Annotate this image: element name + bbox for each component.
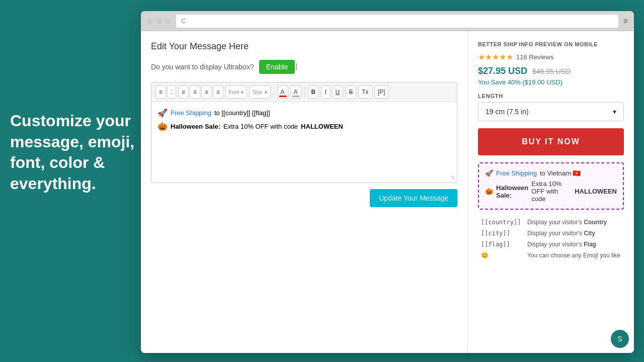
italic-btn[interactable]: I xyxy=(321,85,330,99)
rocket-emoji: 🚀 xyxy=(157,108,168,118)
variable-code: [[flag]] xyxy=(478,239,524,250)
variable-description: You can choose any Emoji you like xyxy=(524,250,624,261)
browser-titlebar: C ≡ xyxy=(141,11,634,31)
rte-line-2: 🎃 Halloween Sale: Extra 10% OFF with cod… xyxy=(157,122,451,131)
halloween-sale-label: Halloween Sale: xyxy=(171,123,220,130)
rte-body[interactable]: 🚀 Free Shipping to [[country]] [[flag]] … xyxy=(151,102,457,183)
preview-line1-text: to Vietnam 🇻🇳 xyxy=(540,169,581,177)
bold-btn[interactable]: B xyxy=(308,85,319,99)
hero-text: Customize your message, emoji, font, col… xyxy=(10,111,138,194)
browser-dot-max xyxy=(165,18,171,24)
preview-pumpkin-emoji: 🎃 xyxy=(485,188,493,195)
star-rating: ★★★★★ xyxy=(478,52,513,62)
original-price: $46.95 USD xyxy=(532,67,571,75)
editor-panel: Edit Your Message Here Do you want to di… xyxy=(141,31,468,353)
size-label: Size xyxy=(253,89,262,95)
font-select[interactable]: Font ▾ xyxy=(225,85,247,99)
free-shipping-link[interactable]: Free Shipping xyxy=(171,109,211,117)
resize-handle[interactable]: ⤡ xyxy=(450,174,455,181)
variable-description: Display your visitor's Country xyxy=(524,217,624,228)
line1-text: to [[country]] [[flag]] xyxy=(214,109,270,117)
pumpkin-emoji: 🎃 xyxy=(157,122,168,131)
hero-text-content: Customize your message, emoji, font, col… xyxy=(10,112,134,193)
align-left-btn[interactable]: ≡ xyxy=(178,85,189,99)
toolbar-separator-1 xyxy=(274,87,274,97)
preview-line-1: 🚀 Free Shipping to Vietnam 🇻🇳 xyxy=(485,169,617,177)
product-panel: BETTER SHIP INFO PREVIEW ON MOBILE ★★★★★… xyxy=(468,31,634,353)
font-color-btn[interactable]: A xyxy=(277,85,288,99)
variable-row: [[flag]] Display your visitor's Flag xyxy=(478,239,624,250)
font-label: Font xyxy=(229,89,239,95)
enable-button[interactable]: Enable xyxy=(259,60,295,74)
ultrabox-label: Do you want to display Ultrabox? xyxy=(151,63,254,71)
variable-description: Display your visitor's Flag xyxy=(524,239,624,250)
update-btn-row: Update Your Message xyxy=(151,189,457,207)
variables-table: [[country]] Display your visitor's Count… xyxy=(478,217,624,261)
preview-free-shipping: Free Shipping xyxy=(496,169,537,177)
browser-addressbar[interactable]: C xyxy=(176,15,618,28)
browser-controls xyxy=(147,18,171,24)
price-row: $27.95 USD $46.95 USD xyxy=(478,66,624,76)
browser-menu-icon[interactable]: ≡ xyxy=(623,17,628,26)
ultrabox-row: Do you want to display Ultrabox? Enable xyxy=(151,60,457,74)
length-value: 19 cm (7.5 in) xyxy=(486,108,529,116)
ordered-list-btn[interactable]: ≡ xyxy=(155,85,166,99)
clear-format-btn[interactable]: Tx xyxy=(358,85,372,99)
strikethrough-btn[interactable]: S xyxy=(345,85,356,99)
halloween-code: HALLOWEEN xyxy=(301,123,343,130)
editor-title: Edit Your Message Here xyxy=(151,41,457,52)
savings-text: You Save 40% ($19.00 USD) xyxy=(478,78,624,86)
toolbar-separator-2 xyxy=(304,87,305,97)
variable-row: [[country]] Display your visitor's Count… xyxy=(478,217,624,228)
preview-rocket-emoji: 🚀 xyxy=(485,169,493,177)
browser-window: C ≡ Edit Your Message Here Do you want t… xyxy=(141,11,634,353)
unordered-list-btn[interactable]: ⁚ xyxy=(167,85,176,99)
list-buttons: ≡ ⁚ xyxy=(155,85,176,99)
length-label: LENGTH xyxy=(478,93,624,99)
size-select[interactable]: Size ▾ xyxy=(249,85,270,99)
browser-dot-close xyxy=(147,18,153,24)
align-buttons: ≡ ≡ ≡ ≡ xyxy=(178,85,223,99)
variable-code: [[country]] xyxy=(478,217,524,228)
highlight-color-btn[interactable]: A xyxy=(290,85,301,99)
variable-row: 😊 You can choose any Emoji you like xyxy=(478,250,624,261)
update-message-button[interactable]: Update Your Message xyxy=(370,189,457,207)
rte-line-1: 🚀 Free Shipping to [[country]] [[flag]] xyxy=(157,108,451,118)
bottom-circle-button[interactable]: S xyxy=(611,330,629,348)
current-price: $27.95 USD xyxy=(478,66,527,76)
preview-halloween-sale: Halloween Sale: xyxy=(496,184,528,199)
preview-halloween-code: HALLOWEEN xyxy=(575,188,617,195)
variable-row: [[city]] Display your visitor's City xyxy=(478,228,624,239)
underline-btn[interactable]: U xyxy=(332,85,344,99)
line2-text: Extra 10% OFF with code xyxy=(223,123,298,130)
rich-text-editor: ≡ ⁚ ≡ ≡ ≡ ≡ Font ▾ Size ▾ xyxy=(151,82,457,183)
length-select[interactable]: 19 cm (7.5 in) ▾ xyxy=(478,102,624,121)
buy-now-button[interactable]: BUY IT NOW xyxy=(478,128,624,155)
reviews-count: 116 Reviews xyxy=(516,53,553,61)
align-right-btn[interactable]: ≡ xyxy=(201,85,212,99)
variable-description: Display your visitor's City xyxy=(524,228,624,239)
preview-line2-text: Extra 10% OFF with code xyxy=(531,180,572,203)
browser-content: Edit Your Message Here Do you want to di… xyxy=(141,31,634,353)
align-justify-btn[interactable]: ≡ xyxy=(213,85,223,99)
browser-loading-icon: C xyxy=(181,17,186,25)
rte-toolbar: ≡ ⁚ ≡ ≡ ≡ ≡ Font ▾ Size ▾ xyxy=(151,82,457,102)
align-center-btn[interactable]: ≡ xyxy=(190,85,200,99)
message-preview-box: 🚀 Free Shipping to Vietnam 🇻🇳 🎃 Hallowee… xyxy=(478,162,624,210)
browser-dot-min xyxy=(156,18,162,24)
variable-code: 😊 xyxy=(478,250,524,261)
paragraph-btn[interactable]: [P] xyxy=(374,85,389,99)
product-preview-title: BETTER SHIP INFO PREVIEW ON MOBILE xyxy=(478,41,624,47)
preview-line-2: 🎃 Halloween Sale: Extra 10% OFF with cod… xyxy=(485,180,617,203)
length-chevron-icon: ▾ xyxy=(613,108,616,116)
variable-code: [[city]] xyxy=(478,228,524,239)
stars-row: ★★★★★ 116 Reviews xyxy=(478,52,624,62)
